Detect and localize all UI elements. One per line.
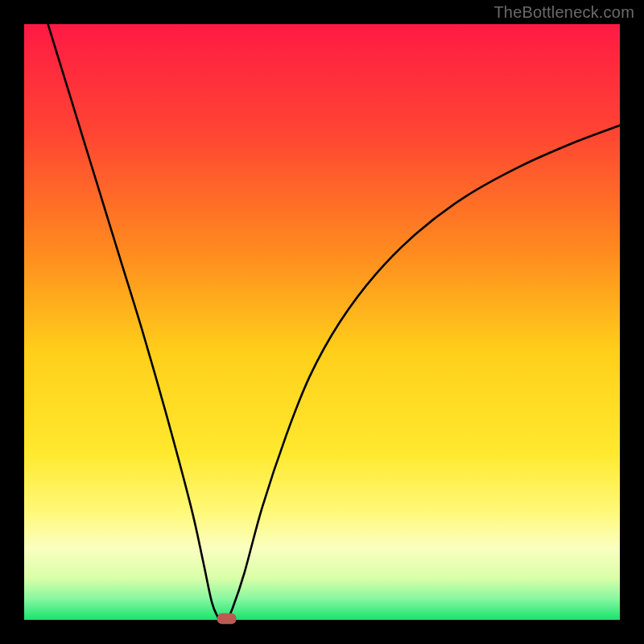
plot-area [24,24,620,620]
bottleneck-curve [48,24,620,621]
optimum-marker [217,613,237,624]
frame: TheBottleneck.com [0,0,644,644]
watermark-text: TheBottleneck.com [493,3,634,22]
chart-overlay [24,24,620,620]
